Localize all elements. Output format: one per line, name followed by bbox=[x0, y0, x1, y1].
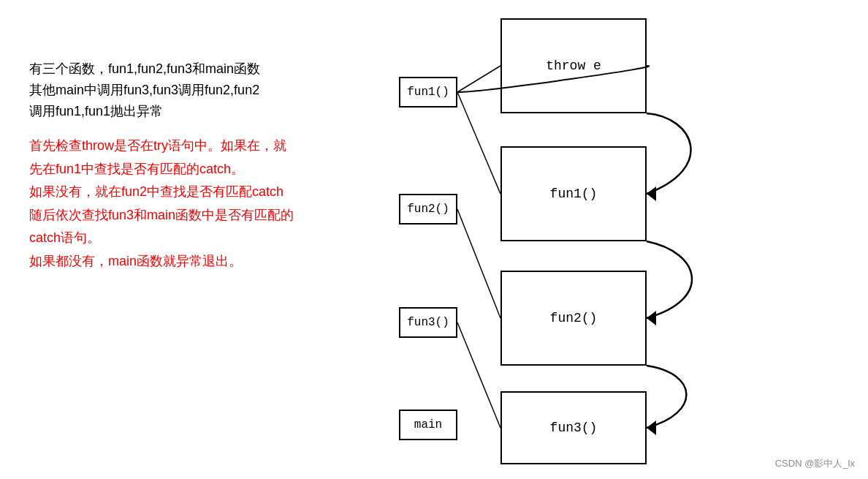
throw-big-box: throw e bbox=[500, 18, 647, 113]
fun1-small-box: fun1() bbox=[399, 77, 457, 108]
throw-to-fun1-curve bbox=[647, 113, 691, 194]
red-explanation: 首先检查throw是否在try语句中。如果在，就 先在fun1中查找是否有匹配的… bbox=[29, 135, 380, 273]
fun1-to-fun2-curve bbox=[647, 241, 692, 318]
line-fun1 bbox=[457, 92, 500, 194]
arrowhead-1 bbox=[647, 186, 656, 201]
fun3-small-box: fun3() bbox=[399, 307, 457, 338]
fun2-big-box: fun2() bbox=[500, 271, 647, 366]
line-fun3 bbox=[457, 323, 500, 428]
arrowhead-3 bbox=[647, 420, 656, 435]
line-fun1-throw bbox=[457, 66, 500, 92]
main-small-box: main bbox=[399, 410, 457, 440]
fun1-big-box: fun1() bbox=[500, 146, 647, 241]
watermark: CSDN @影中人_lx bbox=[775, 457, 855, 470]
fun2-to-fun3-curve bbox=[647, 366, 686, 428]
main-container: 有三个函数，fun1,fun2,fun3和main函数 其他main中调用fun… bbox=[0, 0, 868, 479]
line-fun2 bbox=[457, 209, 500, 318]
arrowhead-2 bbox=[647, 311, 656, 325]
black-description: 有三个函数，fun1,fun2,fun3和main函数 其他main中调用fun… bbox=[29, 59, 380, 121]
left-text-block: 有三个函数，fun1,fun2,fun3和main函数 其他main中调用fun… bbox=[29, 59, 380, 273]
fun3-big-box: fun3() bbox=[500, 391, 647, 464]
fun2-small-box: fun2() bbox=[399, 194, 457, 225]
